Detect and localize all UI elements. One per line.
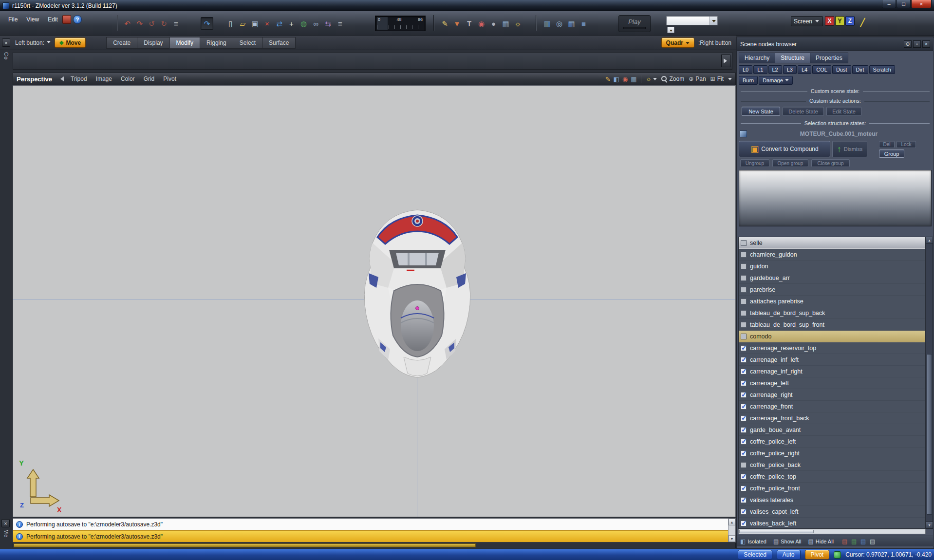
node-row[interactable]: valises laterales [739,494,925,506]
level-button[interactable]: Dust [832,65,851,74]
text-tool-icon[interactable]: T [464,18,475,29]
pin-icon[interactable]: ⊙ [904,40,912,48]
node-row[interactable]: carrenage_front [739,401,925,412]
viewport-menu-dropdown-icon[interactable] [728,78,732,82]
tool-config-icon[interactable] [62,15,71,24]
tab-select[interactable]: Select [233,37,262,49]
scroll-up-icon[interactable]: ▲ [926,237,933,244]
redo-history-icon[interactable]: ↻ [158,18,169,29]
mirror-icon[interactable]: ⇆ [322,18,334,29]
fit-button[interactable]: ⊞ Fit [710,75,724,82]
history-list-icon[interactable]: ≡ [170,18,182,29]
node-row[interactable]: coffre_police_front [739,483,925,494]
node-visibility-checkbox[interactable] [741,415,747,421]
checker-map-icon[interactable]: ▦ [500,18,511,29]
pages-blue-icon[interactable]: ▤ [859,538,867,545]
node-row[interactable]: comodo [739,331,925,342]
play-control[interactable]: Play [618,15,651,32]
world-icon[interactable]: ◍ [298,18,309,29]
isolated-button[interactable]: ◧ Isolated [740,538,766,545]
tab-create[interactable]: Create [106,37,137,49]
menu-item[interactable]: Edit [43,14,62,25]
node-visibility-checkbox[interactable] [741,275,747,281]
node-row[interactable]: carrenage_front_back [739,412,925,424]
delete-icon[interactable]: × [262,18,273,29]
vertex-paint-icon[interactable]: ✎ [605,75,611,83]
motorcycle-fairing-model[interactable] [349,205,486,390]
node-row[interactable]: tableau_de_bord_sup_back [739,307,925,319]
burn-button[interactable]: Burn [739,76,758,85]
node-visibility-checkbox[interactable] [741,497,747,503]
float-panel-icon[interactable]: ▫ [913,40,921,48]
node-visibility-checkbox[interactable] [741,474,747,480]
node-visibility-checkbox[interactable] [741,299,747,304]
tab-structure[interactable]: Structure [775,53,810,63]
node-visibility-checkbox[interactable] [741,287,747,293]
save-file-icon[interactable]: ▣ [249,18,261,29]
node-row[interactable]: garde_boue_avant [739,424,925,436]
lock-button[interactable]: Lock [897,141,916,148]
options-icon[interactable]: ≡ [335,18,346,29]
close-log-icon[interactable]: × [1,519,10,527]
close-button[interactable]: × [911,0,932,8]
close-panel-icon[interactable]: × [2,38,10,47]
combobox-dropdown-icon[interactable] [710,17,717,25]
tab-display[interactable]: Display [137,37,169,49]
polygon-shade-icon[interactable]: ◧ [614,75,619,83]
node-visibility-checkbox[interactable] [741,439,747,445]
node-list-horizontal-scrollbar[interactable] [738,529,926,534]
level-button[interactable]: L1 [753,65,767,74]
new-state-button[interactable]: New State [742,107,780,116]
scroll-down-icon[interactable]: ▼ [926,522,933,528]
node-visibility-checkbox[interactable] [741,334,747,339]
undo-icon[interactable]: ↶ [122,18,133,29]
node-row[interactable]: carrenage_inf_right [739,366,925,377]
node-visibility-checkbox[interactable] [741,369,747,374]
node-visibility-checkbox[interactable] [741,450,747,456]
light-icon[interactable]: ☼ [512,18,523,29]
show-all-button[interactable]: ▤ Show All [773,538,802,545]
light-toggle-button[interactable]: ☼ [646,75,657,82]
pages-green-icon[interactable]: ▤ [850,538,858,545]
node-list-scrollbar[interactable]: ▲ ▼ [926,237,933,529]
damage-button[interactable]: Damage [759,76,793,85]
log-scrollbar[interactable]: ▲ ▼ [728,519,735,542]
viewport-menu-item[interactable]: Color [121,75,135,82]
node-visibility-checkbox[interactable] [741,357,747,363]
level-button[interactable]: L2 [768,65,782,74]
log-message[interactable]: i Performing autosave to "e:\zmodeler3/a… [13,530,728,542]
move-button[interactable]: ◆ Move [55,37,86,48]
pages-gray-icon[interactable]: ▤ [869,538,876,545]
open-group-button[interactable]: Open group [772,159,808,167]
level-button[interactable]: Scratch [869,65,895,74]
open-file-icon[interactable]: ▱ [237,18,248,29]
menu-item[interactable]: File [4,14,22,25]
tab-rigging[interactable]: Rigging [200,37,233,49]
node-row[interactable]: valises_back_left [739,518,925,529]
current-action-icon[interactable]: ↷ [201,17,213,30]
node-row[interactable]: guidon [739,261,925,272]
flash-icon[interactable]: ╱ [857,16,868,28]
camera-icon[interactable]: ◎ [554,18,565,29]
node-visibility-checkbox[interactable] [741,310,747,316]
node-row[interactable]: carrenage_inf_left [739,354,925,366]
node-row[interactable]: tableau_de_bord_sup_front [739,319,925,331]
texture-mode-icon[interactable]: ▦ [631,75,636,83]
node-row[interactable]: selle [739,237,925,249]
z-axis-button[interactable]: Z [845,16,855,26]
pivot-mode-button[interactable]: Pivot [805,550,830,560]
swap-views-icon[interactable]: ⇄ [274,18,285,29]
group-button[interactable]: Group [879,149,904,158]
node-visibility-checkbox[interactable] [741,240,747,246]
expand-panel-button[interactable] [721,55,730,67]
node-row[interactable]: valises_capot_left [739,506,925,518]
zoom-button[interactable]: Zoom [661,75,684,82]
pencil-icon[interactable]: ✎ [439,18,450,29]
selected-mode-button[interactable]: Selected [738,550,772,560]
ungroup-button[interactable]: Ungroup [740,159,769,167]
node-row[interactable]: carrenage_reservoir_top [739,342,925,354]
log-horizontal-scrollbar[interactable] [13,542,736,548]
3d-viewport[interactable]: Y Z X [13,85,736,517]
palette-icon[interactable]: ◉ [476,18,487,29]
node-row[interactable]: charniere_guidon [739,249,925,261]
